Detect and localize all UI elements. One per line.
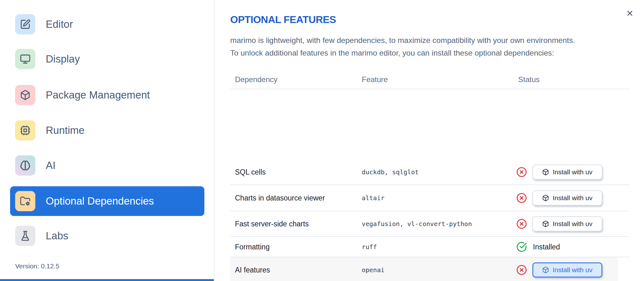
sidebar-item-editor[interactable]: Editor (10, 9, 204, 39)
install-with-uv-button[interactable]: Install with uv (532, 216, 602, 231)
edit-icon (15, 14, 35, 34)
close-icon (626, 9, 634, 18)
settings-sidebar: EditorDisplayPackage ManagementRuntimeAI… (0, 0, 214, 281)
settings-dialog: EditorDisplayPackage ManagementRuntimeAI… (0, 0, 644, 281)
install-button-label: Install with uv (553, 220, 592, 228)
status-missing-icon (516, 193, 527, 203)
column-header-dependency: Dependency (235, 75, 278, 84)
column-header-feature: Feature (362, 75, 388, 84)
description-line: marimo is lightweight, with few dependen… (230, 34, 575, 47)
sidebar-item-optional-dependencies[interactable]: Optional Dependencies (10, 186, 204, 216)
dependency-cell: Charts in datasource viewer (235, 194, 325, 202)
feature-cell: ruff (362, 243, 377, 251)
monitor-icon (15, 49, 35, 69)
package-icon (15, 85, 35, 105)
sidebar-item-label: Display (46, 53, 80, 65)
table-header-row: Dependency Feature Status (230, 70, 629, 89)
install-with-uv-button[interactable]: Install with uv (532, 262, 602, 278)
table-row-sql-cells: SQL cellsduckdb, sqlglotInstall with uv (230, 159, 629, 185)
sidebar-item-label: Editor (46, 18, 73, 30)
status-installed-icon (516, 242, 527, 252)
install-button-label: Install with uv (553, 168, 592, 176)
feature-cell: openai (362, 266, 384, 274)
sidebar-bottom-accent (0, 279, 214, 281)
close-button[interactable] (624, 8, 635, 19)
feature-cell: altair (362, 194, 384, 202)
sidebar-item-label: Package Management (46, 89, 150, 101)
install-with-uv-button[interactable]: Install with uv (532, 190, 602, 206)
sidebar-item-label: Runtime (46, 124, 85, 136)
flask-icon (15, 226, 35, 246)
package-icon (542, 266, 549, 273)
install-button-label: Install with uv (553, 266, 592, 274)
description-line: To unlock additional features in the mar… (230, 47, 575, 59)
install-with-uv-button[interactable]: Install with uv (532, 164, 602, 180)
installed-status-label: Installed (533, 242, 560, 251)
table-row-charts-in-datasource-viewer: Charts in datasource vieweraltairInstall… (230, 185, 629, 211)
sidebar-item-ai[interactable]: AI (10, 151, 204, 180)
status-missing-icon (516, 167, 527, 177)
table-row-ai-features: AI featuresopenaiInstall with uv (230, 257, 629, 281)
status-missing-icon (516, 218, 527, 229)
table-row-fast-server-side-charts: Fast server-side chartsvegafusion, vl-co… (230, 211, 629, 237)
brain-icon (15, 155, 35, 176)
feature-cell: vegafusion, vl-convert-python (362, 220, 472, 228)
cpu-icon (15, 120, 35, 140)
panel-title: OPTIONAL FEATURES (230, 14, 336, 26)
sidebar-item-label: Optional Dependencies (46, 195, 154, 207)
dependency-cell: AI features (235, 266, 270, 274)
folder-cog-icon (15, 191, 35, 211)
sidebar-item-label: AI (46, 159, 56, 171)
dependency-cell: Fast server-side charts (235, 219, 309, 228)
status-missing-icon (516, 265, 527, 275)
sidebar-item-label: Labs (46, 230, 68, 242)
version-label: Version: 0.12.5 (15, 262, 59, 270)
column-header-status: Status (518, 75, 540, 84)
sidebar-item-labs[interactable]: Labs (10, 221, 204, 251)
package-icon (542, 194, 549, 201)
table-row-formatting: FormattingruffInstalled (230, 237, 629, 257)
sidebar-item-display[interactable]: Display (10, 44, 204, 74)
panel-description: marimo is lightweight, with few dependen… (230, 34, 575, 59)
dependency-cell: Formatting (235, 242, 270, 251)
sidebar-item-runtime[interactable]: Runtime (10, 116, 204, 145)
sidebar-item-package-management[interactable]: Package Management (10, 80, 204, 110)
install-button-label: Install with uv (553, 194, 592, 202)
package-icon (542, 220, 549, 227)
dependency-cell: SQL cells (235, 168, 266, 176)
package-icon (542, 169, 549, 176)
feature-cell: duckdb, sqlglot (362, 168, 419, 176)
